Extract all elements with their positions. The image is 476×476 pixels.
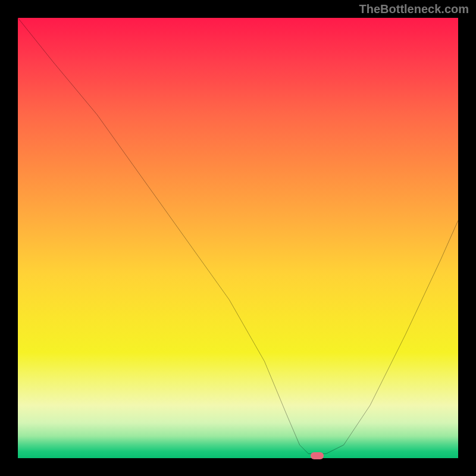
watermark-text: TheBottleneck.com bbox=[359, 2, 469, 16]
curve-svg bbox=[18, 18, 458, 458]
bottleneck-curve bbox=[18, 18, 458, 454]
plot-area bbox=[18, 18, 458, 458]
optimal-marker bbox=[311, 452, 324, 459]
chart-container: TheBottleneck.com bbox=[0, 0, 476, 476]
